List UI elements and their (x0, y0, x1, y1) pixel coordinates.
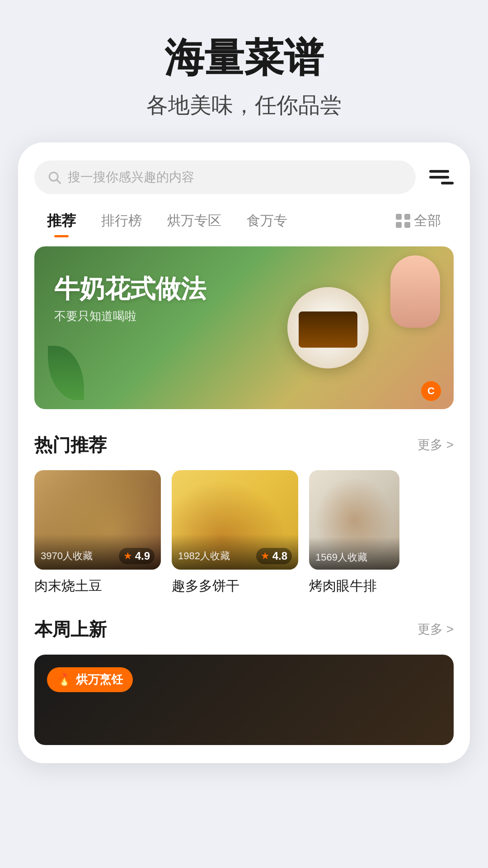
menu-line-bot (441, 182, 454, 184)
hot-section-title: 热门推荐 (34, 433, 107, 458)
banner-text: 牛奶花式做法 不要只知道喝啦 (54, 274, 206, 324)
week-section-header: 本周上新 更多 > (18, 617, 470, 642)
collect-count-3: 1569人收藏 (315, 551, 367, 564)
top-section: 海量菜谱 各地美味，任你品尝 (0, 0, 488, 142)
week-section: 本周上新 更多 > 🔥 烘万烹饪 (18, 617, 470, 763)
week-badge-text: 烘万烹饪 (76, 672, 123, 688)
recipe-thumb-1: 3970人收藏 ★ 4.9 (34, 470, 161, 570)
all-dots-icon (396, 214, 410, 228)
week-section-title: 本周上新 (34, 617, 107, 642)
main-subtitle: 各地美味，任你品尝 (18, 91, 470, 120)
star-badge-2: ★ 4.8 (256, 548, 292, 564)
star-icon-1: ★ (123, 550, 132, 562)
recipe-name-1: 肉末烧土豆 (34, 577, 161, 595)
main-banner[interactable]: 牛奶花式做法 不要只知道喝啦 C (34, 246, 454, 409)
tab-baking[interactable]: 烘万专区 (155, 207, 234, 235)
week-banner[interactable]: 🔥 烘万烹饪 (34, 655, 454, 745)
fire-icon: 🔥 (57, 673, 71, 687)
recipe-name-2: 趣多多饼干 (172, 577, 298, 595)
banner-food-decoration (202, 246, 454, 409)
recipe-thumb-3: 1569人收藏 (309, 470, 399, 570)
menu-icon[interactable] (425, 163, 454, 192)
recipe-thumb-2: 1982人收藏 ★ 4.8 (172, 470, 298, 570)
score-2: 4.8 (272, 550, 287, 562)
recipe-cards-row: 3970人收藏 ★ 4.9 肉末烧土豆 1982人收藏 ★ 4.8 (18, 470, 470, 595)
recipe-card-3[interactable]: 1569人收藏 烤肉眼牛排 (309, 470, 436, 595)
collect-count-2: 1982人收藏 (178, 549, 230, 563)
collect-count-1: 3970人收藏 (41, 549, 93, 563)
banner-c-badge: C (421, 381, 441, 401)
food-cake (299, 311, 357, 348)
week-badge: 🔥 烘万烹饪 (47, 667, 133, 692)
hot-section-more[interactable]: 更多 > (418, 436, 454, 453)
banner-leaf-decoration (48, 346, 84, 400)
tab-food[interactable]: 食万专 (234, 207, 300, 235)
hot-section-header: 热门推荐 更多 > (18, 433, 470, 458)
star-badge-1: ★ 4.9 (119, 548, 155, 564)
search-placeholder: 搜一搜你感兴趣的内容 (68, 169, 194, 186)
search-bar[interactable]: 搜一搜你感兴趣的内容 (34, 160, 416, 194)
tabs-row: 推荐 排行榜 烘万专区 食万专 全部 (18, 207, 470, 236)
svg-line-1 (57, 180, 60, 183)
tab-all[interactable]: 全部 (383, 207, 454, 235)
star-icon-2: ★ (261, 550, 270, 562)
food-plate (287, 287, 369, 368)
card-badge-2: 1982人收藏 ★ 4.8 (172, 534, 298, 570)
recipe-name-3: 烤肉眼牛排 (309, 577, 436, 595)
card-badge-3: 1569人收藏 (309, 537, 399, 570)
banner-subtitle: 不要只知道喝啦 (54, 308, 206, 324)
score-1: 4.9 (135, 550, 150, 562)
menu-line-top (429, 170, 449, 173)
search-bar-row: 搜一搜你感兴趣的内容 (18, 160, 470, 194)
tab-ranking[interactable]: 排行榜 (89, 207, 155, 235)
menu-line-mid (429, 176, 449, 179)
main-title: 海量菜谱 (18, 36, 470, 80)
app-card: 搜一搜你感兴趣的内容 推荐 排行榜 烘万专区 食万专 全部 牛奶花式做法 不要只… (18, 142, 470, 763)
search-icon (47, 170, 61, 184)
banner-title: 牛奶花式做法 (54, 274, 206, 304)
recipe-card-1[interactable]: 3970人收藏 ★ 4.9 肉末烧土豆 (34, 470, 161, 595)
card-badge-1: 3970人收藏 ★ 4.9 (34, 534, 161, 570)
food-drink (390, 255, 440, 328)
tab-recommend[interactable]: 推荐 (34, 207, 89, 236)
week-section-more[interactable]: 更多 > (418, 621, 454, 638)
recipe-card-2[interactable]: 1982人收藏 ★ 4.8 趣多多饼干 (172, 470, 298, 595)
